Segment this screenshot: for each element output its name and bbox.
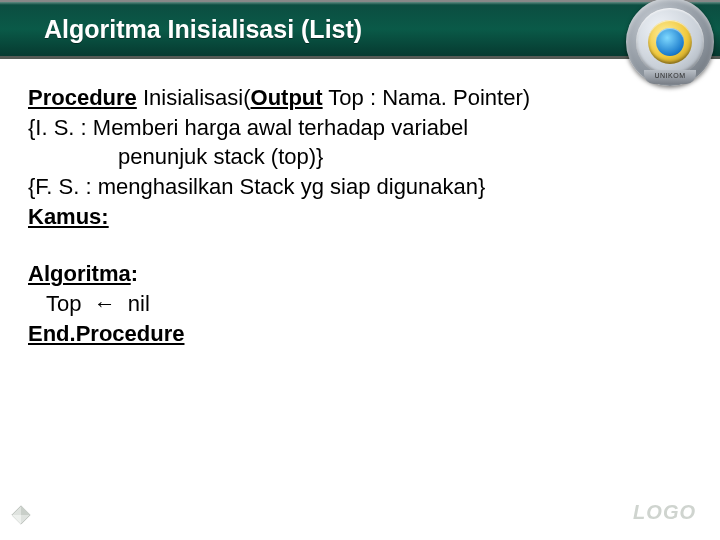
university-logo: UNIKOM xyxy=(626,0,714,86)
procedure-name: Inisialisasi( xyxy=(137,85,251,110)
initial-state-cont: penunjuk stack (top)} xyxy=(28,142,692,172)
watermark-text: LOGO xyxy=(633,501,696,524)
slide-title: Algoritma Inisialisasi (List) xyxy=(0,2,720,56)
logo-caption: UNIKOM xyxy=(644,70,696,84)
svg-marker-1 xyxy=(21,506,30,515)
keyword-output: Output xyxy=(251,85,323,110)
keyword-procedure: Procedure xyxy=(28,85,137,110)
end-procedure: End.Procedure xyxy=(28,319,692,349)
diamond-bullet-icon xyxy=(10,504,32,526)
keyword-algoritma: Algoritma xyxy=(28,261,131,286)
procedure-signature-tail: Top : Nama. Pointer) xyxy=(323,85,530,110)
initial-state-line: {I. S. : Memberi harga awal terhadap var… xyxy=(28,113,692,143)
algoritma-heading: Algoritma: xyxy=(28,259,692,289)
kamus-label: Kamus: xyxy=(28,202,692,232)
algoritma-colon: : xyxy=(131,261,138,286)
title-bar: Algoritma Inisialisasi (List) xyxy=(0,0,720,59)
procedure-heading: Procedure Inisialisasi(Output Top : Nama… xyxy=(28,83,692,113)
assignment-line: Top ← nil xyxy=(28,289,692,319)
final-state-line: {F. S. : menghasilkan Stack yg siap digu… xyxy=(28,172,692,202)
slide-body: Procedure Inisialisasi(Output Top : Nama… xyxy=(0,59,720,349)
